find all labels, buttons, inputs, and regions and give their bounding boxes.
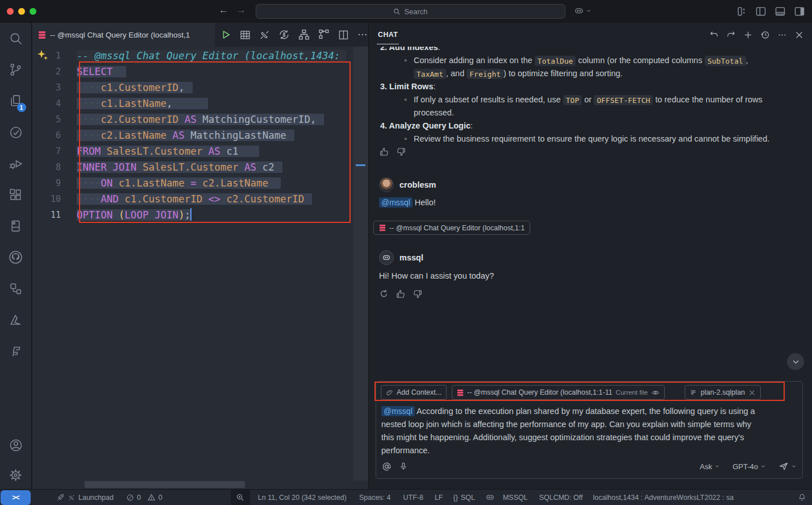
new-chat-icon[interactable] [743, 30, 753, 40]
problems-indicator[interactable]: 0 0 [126, 493, 163, 502]
thumbs-up-icon[interactable] [379, 147, 389, 157]
user-attachment-chip[interactable]: -- @mssql Chat Query Editor (localhost,1… [373, 221, 530, 235]
code-line-1[interactable]: 1-- @mssql Chat Query Editor (localhost,… [32, 48, 353, 64]
launchpad-button[interactable]: Launchpad [56, 493, 114, 502]
window-controls[interactable] [7, 8, 36, 15]
context-chip-current-file[interactable]: -- @mssql Chat Query Editor (localhost,1… [452, 385, 665, 400]
mssql-mention-chip[interactable]: @mssql [381, 406, 415, 416]
chat-message-list[interactable]: 2. Add Indexes:◦Consider adding an index… [369, 47, 812, 489]
zoom-window-button[interactable] [30, 8, 36, 15]
split-editor-icon[interactable] [338, 29, 349, 41]
code-line-2[interactable]: 2SELECT [32, 64, 353, 80]
connection-status[interactable]: localhost,1434 : AdventureWorksLT2022 : … [593, 494, 734, 502]
code-line-10[interactable]: 10····AND c1.CustomerID <> c2.CustomerID [32, 191, 353, 207]
copilot-menu-button[interactable] [574, 6, 592, 16]
thumbs-down-icon[interactable] [413, 289, 423, 299]
cursor-position[interactable]: Ln 11, Col 20 (342 selected) [258, 494, 347, 502]
eol-indicator[interactable]: LF [435, 494, 443, 502]
close-panel-icon[interactable] [794, 30, 804, 40]
model-selector[interactable]: GPT-4o [732, 462, 766, 471]
settings-gear-icon[interactable] [2, 461, 30, 489]
sqlcmd-status[interactable]: SQLCMD: Off [539, 494, 583, 502]
language-indicator[interactable]: {} SQL [453, 494, 475, 502]
mention-context-icon[interactable] [382, 462, 392, 471]
line-number: 8 [32, 159, 68, 175]
code-line-11[interactable]: 11OPTION (LOOP JOIN); [32, 207, 353, 223]
run-query-icon[interactable] [219, 28, 232, 41]
indentation-indicator[interactable]: Spaces: 4 [359, 494, 391, 502]
extensions-view-icon[interactable] [2, 179, 30, 210]
toggle-primary-sidebar-icon[interactable] [755, 6, 767, 17]
toggle-secondary-sidebar-icon[interactable] [794, 6, 805, 17]
source-control-icon[interactable] [2, 54, 30, 85]
editor-tab[interactable]: -- @mssql Chat Query Editor (localhost,1 [32, 23, 215, 47]
more-actions-icon[interactable] [777, 30, 787, 40]
remove-chip-icon[interactable] [748, 389, 756, 396]
eye-icon[interactable] [651, 388, 660, 397]
cursor-overview-mark [356, 164, 365, 166]
code-line-3[interactable]: 3····c1.CustomerID, [32, 80, 353, 96]
sql-server-view-icon[interactable] [2, 210, 30, 242]
scroll-to-bottom-button[interactable] [787, 353, 804, 370]
rerun-icon[interactable] [379, 289, 389, 299]
mssql-mention-chip[interactable]: @mssql [379, 197, 413, 208]
thumbs-up-icon[interactable] [395, 289, 406, 299]
query-history-view-icon[interactable] [2, 117, 30, 148]
github-view-icon[interactable] [2, 242, 30, 273]
vertical-scrollbar[interactable] [353, 47, 368, 481]
send-button[interactable] [778, 461, 797, 471]
mode-selector[interactable]: Ask [700, 462, 721, 471]
disconnect-icon[interactable] [259, 29, 270, 41]
customize-layout-icon[interactable] [736, 6, 747, 17]
chat-input-line: @mssql According to the execution plan s… [381, 405, 798, 418]
undo-icon[interactable] [709, 30, 719, 40]
chat-history-icon[interactable] [760, 30, 770, 40]
minimize-window-button[interactable] [18, 8, 25, 15]
chat-input-box[interactable]: Add Context... -- @mssql Chat Query Edit… [376, 381, 803, 479]
encoding-indicator[interactable]: UTF-8 [403, 494, 423, 502]
horizontal-scrollbar[interactable] [32, 481, 339, 488]
code-line-7[interactable]: 7FROM SalesLT.Customer AS c1 [32, 143, 353, 159]
close-window-button[interactable] [7, 8, 14, 15]
code-line-8[interactable]: 8INNER JOIN SalesLT.Customer AS c2 [32, 159, 353, 175]
redo-icon[interactable] [726, 30, 736, 40]
code-line-4[interactable]: 4····c1.LastName, [32, 96, 353, 111]
more-actions-icon[interactable] [357, 29, 368, 40]
code-line-9[interactable]: 9····ON c1.LastName = c2.LastName [32, 175, 353, 191]
toggle-panel-icon[interactable] [774, 6, 786, 17]
estimated-plan-icon[interactable] [298, 28, 310, 41]
copilot-status[interactable] [485, 492, 495, 502]
zoom-indicator[interactable] [231, 490, 250, 505]
mssql-status[interactable]: MSSQL [503, 494, 528, 502]
accounts-icon[interactable] [2, 429, 30, 461]
code-editor[interactable]: 1-- @mssql Chat Query Editor (localhost,… [32, 47, 353, 489]
notifications-bell[interactable] [798, 493, 806, 502]
remote-indicator[interactable]: >< [1, 490, 31, 505]
forward-icon[interactable]: → [236, 5, 246, 16]
chat-input-text[interactable]: @mssql According to the execution plan s… [381, 405, 798, 457]
explorer-badge: 1 [17, 103, 26, 112]
fabric-view-icon[interactable] [2, 336, 30, 367]
code-line-5[interactable]: 5····c2.CustomerID AS MatchingCustomerID… [32, 111, 353, 127]
search-view-icon[interactable] [2, 23, 30, 54]
line-number: 4 [32, 96, 68, 111]
mic-icon[interactable] [399, 462, 408, 471]
context-chip-sqlplan[interactable]: plan-2.sqlplan [685, 385, 761, 400]
results-grid-icon[interactable] [239, 29, 251, 41]
connections-view-icon[interactable] [2, 273, 30, 304]
code-line-6[interactable]: 6····c2.LastName AS MatchingLastName [32, 127, 353, 143]
inline-code: SubTotal [705, 56, 746, 66]
run-debug-view-icon[interactable] [2, 148, 30, 179]
actual-plan-icon[interactable] [318, 28, 330, 41]
tab-chat[interactable]: CHAT [377, 25, 399, 44]
change-connection-icon[interactable] [278, 28, 290, 41]
add-context-button[interactable]: Add Context... [381, 385, 447, 400]
back-icon[interactable]: ← [219, 5, 228, 16]
inline-code: TotalDue [535, 56, 576, 66]
thumbs-down-icon[interactable] [396, 147, 406, 157]
line-number: 9 [32, 175, 68, 191]
copilot-icon [574, 6, 584, 16]
explorer-view-icon[interactable]: 1 [2, 85, 30, 117]
azure-view-icon[interactable] [2, 304, 30, 336]
command-center-search[interactable]: Search [256, 4, 565, 19]
